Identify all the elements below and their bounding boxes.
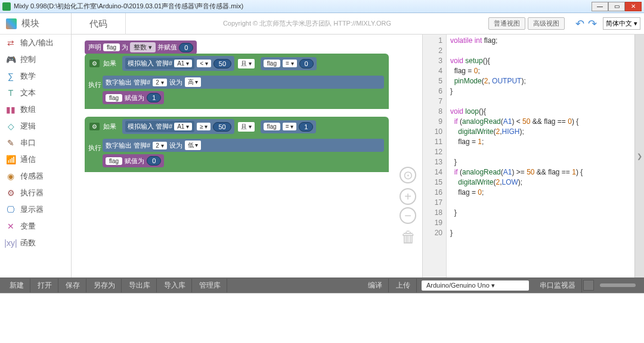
upload-button[interactable]: 上传 <box>390 279 417 292</box>
category-icon: ∑ <box>6 71 16 81</box>
category-icon: |xy| <box>6 238 16 248</box>
window-title: Mixly 0.998(D:\初始化工作室\Arduino-0\2019.03.… <box>14 2 592 11</box>
category-icon: ◉ <box>6 172 16 181</box>
serial-button[interactable]: 串口监视器 <box>534 279 582 292</box>
sidebar-item-0[interactable]: ⇄输入/输出 <box>0 35 71 51</box>
category-icon: ◇ <box>6 121 16 131</box>
close-button[interactable]: ✕ <box>625 2 642 11</box>
line-gutter: 1234567891011121314151617181920 <box>423 35 447 277</box>
sidebar-item-7[interactable]: 📶通信 <box>0 151 71 168</box>
trash-icon[interactable]: 🗑 <box>401 228 416 247</box>
category-icon: T <box>6 88 16 98</box>
block-declare[interactable]: 声明 flag 为 整数 ▾ 并赋值 0 <box>85 40 197 54</box>
sidebar-item-9[interactable]: ⚙执行器 <box>0 185 71 201</box>
sidebar-item-4[interactable]: ▮▮数组 <box>0 101 71 118</box>
saveas-button[interactable]: 另存为 <box>88 279 122 292</box>
topbar: 代码 Copyright © 北京师范大学米思齐团队 HTTP://MIXLY.… <box>72 13 644 35</box>
redo-icon[interactable]: ↷ <box>588 17 597 30</box>
category-icon: 🎮 <box>6 55 16 64</box>
category-icon: ⇄ <box>6 38 16 48</box>
block-canvas[interactable]: 声明 flag 为 整数 ▾ 并赋值 0 ⚙ 如果 模拟输入 管脚#A1 ▾ <… <box>72 35 422 277</box>
category-icon: 📶 <box>6 155 16 164</box>
advanced-view-button[interactable]: 高级视图 <box>528 17 565 30</box>
tab-code[interactable]: 代码 <box>72 13 126 35</box>
bottom-toolbar: 新建 打开 保存 另存为 导出库 导入库 管理库 编译 上传 Arduino/G… <box>0 277 644 293</box>
sidebar-item-2[interactable]: ∑数学 <box>0 68 71 85</box>
block-if-2[interactable]: ⚙ 如果 模拟输入 管脚#A1 ▾ ≥ ▾ 50 且 ▾ flag= ▾1 执行… <box>85 117 389 172</box>
settings-icon[interactable] <box>583 280 594 291</box>
sidebar-item-5[interactable]: ◇逻辑 <box>0 118 71 135</box>
zoom-in-icon[interactable]: + <box>400 188 416 205</box>
sidebar-item-6[interactable]: ✎串口 <box>0 135 71 151</box>
sidebar: 模块 ⇄输入/输出🎮控制∑数学T文本▮▮数组◇逻辑✎串口📶通信◉传感器⚙执行器🖵… <box>0 13 72 277</box>
manage-button[interactable]: 管理库 <box>193 279 227 292</box>
category-icon: ⚙ <box>6 188 16 198</box>
logo-icon <box>6 18 17 29</box>
block-if-1[interactable]: ⚙ 如果 模拟输入 管脚#A1 ▾ < ▾ 50 且 ▾ flag= ▾0 执行… <box>85 54 389 109</box>
collapse-icon[interactable]: ❯ <box>634 35 644 277</box>
sidebar-item-1[interactable]: 🎮控制 <box>0 51 71 68</box>
gear-icon[interactable]: ⚙ <box>89 123 100 130</box>
sidebar-item-10[interactable]: 🖵显示器 <box>0 201 71 218</box>
code-pane: 1234567891011121314151617181920 volatile… <box>422 35 644 277</box>
gear-icon[interactable]: ⚙ <box>89 60 100 67</box>
undo-icon[interactable]: ↶ <box>575 17 584 30</box>
minimize-button[interactable]: — <box>592 2 608 11</box>
app-icon <box>2 2 11 11</box>
open-button[interactable]: 打开 <box>32 279 58 292</box>
new-button[interactable]: 新建 <box>4 279 30 292</box>
save-button[interactable]: 保存 <box>60 279 86 292</box>
sidebar-item-11[interactable]: ✕变量 <box>0 218 71 235</box>
console[interactable] <box>0 293 644 343</box>
category-icon: ✎ <box>6 138 16 148</box>
export-button[interactable]: 导出库 <box>123 279 157 292</box>
category-icon: ✕ <box>6 222 16 231</box>
slider[interactable] <box>600 283 636 287</box>
language-select[interactable]: 简体中文 ▾ <box>603 17 640 30</box>
category-icon: ▮▮ <box>6 105 16 114</box>
center-icon[interactable]: ⊙ <box>400 167 416 183</box>
sidebar-item-8[interactable]: ◉传感器 <box>0 168 71 185</box>
sidebar-header: 模块 <box>0 13 71 35</box>
titlebar: Mixly 0.998(D:\初始化工作室\Arduino-0\2019.03.… <box>0 0 644 13</box>
maximize-button[interactable]: ▭ <box>608 2 625 11</box>
compile-button[interactable]: 编译 <box>362 279 389 292</box>
normal-view-button[interactable]: 普通视图 <box>488 17 525 30</box>
copyright: Copyright © 北京师范大学米思齐团队 HTTP://MIXLY.ORG <box>126 19 488 28</box>
import-button[interactable]: 导入库 <box>158 279 192 292</box>
code-text[interactable]: volatile int flag; void setup(){ flag = … <box>447 35 634 277</box>
category-icon: 🖵 <box>6 205 16 214</box>
sidebar-item-3[interactable]: T文本 <box>0 85 71 101</box>
zoom-out-icon[interactable]: − <box>400 207 416 224</box>
board-select[interactable]: Arduino/Genuino Uno ▾ <box>422 280 529 291</box>
sidebar-item-12[interactable]: |xy|函数 <box>0 235 71 251</box>
